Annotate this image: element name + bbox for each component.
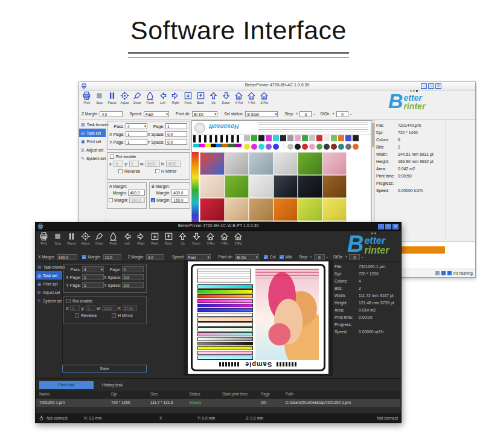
print-button[interactable]: Print: [37, 232, 51, 251]
reverse-checkbox[interactable]: [118, 169, 123, 173]
minimize-button[interactable]: –: [421, 83, 427, 89]
print-button[interactable]: Print: [80, 91, 93, 109]
clean-button[interactable]: Clean: [131, 91, 144, 109]
y-space-input[interactable]: 0.0: [122, 282, 144, 288]
pause-button[interactable]: Pause: [106, 91, 118, 109]
step-minus-button[interactable]: -: [327, 255, 328, 259]
roi-enable-checkbox[interactable]: [66, 299, 71, 303]
up-button[interactable]: Up: [207, 91, 220, 109]
sidebar-item-task-browse[interactable]: ▤ Task browse: [79, 120, 106, 129]
z-rst-button[interactable]: Z-Rst: [258, 91, 271, 109]
sidebar-item-system-set[interactable]: ✎ System set: [79, 154, 106, 162]
clean-button[interactable]: Clean: [92, 232, 106, 251]
maximize-button[interactable]: □: [428, 83, 434, 89]
b-margin2-input[interactable]: 160.0: [171, 197, 188, 203]
sidebar-item-task-set[interactable]: ◎ Task set: [36, 271, 62, 280]
y-page-input[interactable]: 1: [126, 139, 147, 145]
roi-enable-checkbox[interactable]: [110, 155, 114, 159]
dtdir-plus-button[interactable]: +: [332, 112, 335, 116]
y-page-input[interactable]: 1: [82, 282, 104, 288]
page-input[interactable]: 1: [122, 266, 144, 272]
back-button[interactable]: Back: [162, 232, 176, 251]
right-button[interactable]: Right: [134, 232, 148, 251]
a-margin2-input[interactable]: 160.0: [129, 197, 145, 203]
speed-select[interactable]: Fast: [144, 111, 169, 117]
print-preview[interactable]: Sample: [184, 260, 333, 376]
step-minus-button[interactable]: -: [313, 112, 315, 116]
close-button[interactable]: ✕: [435, 83, 441, 89]
page-input[interactable]: 1: [165, 123, 187, 129]
z-rst-button[interactable]: Z-Rst: [231, 232, 245, 251]
h-mirror-checkbox[interactable]: [155, 169, 159, 173]
z-margin-input[interactable]: 4.0: [100, 111, 123, 117]
reverse-checkbox[interactable]: [75, 313, 79, 318]
x-page-input[interactable]: 1: [126, 131, 147, 137]
x-page-input[interactable]: 1: [82, 274, 104, 280]
a-margin2-checkbox[interactable]: [109, 198, 113, 202]
roi-h-input[interactable]: 5739: [123, 305, 137, 311]
maximize-button[interactable]: □: [385, 224, 391, 229]
sidebar-item-adjust-set[interactable]: ⊞ Adjust set: [36, 288, 62, 296]
right-button[interactable]: Right: [169, 91, 182, 109]
step-input[interactable]: 0: [314, 254, 325, 260]
adjust-button[interactable]: Adjust: [118, 91, 131, 109]
left-button[interactable]: Left: [156, 91, 169, 109]
z-margin-input[interactable]: 4.0: [146, 254, 164, 260]
roi-x-input[interactable]: 0: [70, 305, 80, 311]
sidebar-item-print-set[interactable]: ▣ Print set: [36, 280, 62, 288]
roi-y-input[interactable]: 0: [86, 305, 95, 311]
pass-select[interactable]: 4: [126, 123, 147, 129]
feed-button[interactable]: Feed: [148, 232, 162, 251]
print-dir-select[interactable]: Bi-Dir: [192, 111, 217, 117]
stop-button[interactable]: Stop: [51, 232, 65, 251]
left-button[interactable]: Left: [120, 232, 134, 251]
y-space-input[interactable]: 0.0: [165, 139, 187, 145]
x-rst-button[interactable]: X-Rst: [232, 91, 245, 109]
roi-h-input[interactable]: 9632: [166, 161, 181, 167]
sidebar-item-task-browse[interactable]: ▤ Task browse: [36, 263, 62, 271]
y-rst-button[interactable]: Y-Rst: [245, 91, 258, 109]
bottom-window-titlebar[interactable]: BetterPrinter 4720-8H-4C-W-B-PT 1.0.0.30…: [36, 223, 401, 231]
close-button[interactable]: ✕: [392, 224, 399, 229]
step-plus-button[interactable]: +: [310, 255, 312, 259]
b-margin2-checkbox[interactable]: [151, 198, 155, 202]
up-button[interactable]: Up: [176, 232, 190, 251]
print-dir-select[interactable]: Bi-Dir: [235, 254, 259, 260]
roi-w-input[interactable]: 3167: [102, 305, 117, 311]
roi-w-input[interactable]: 6031: [146, 161, 160, 167]
y-rst-button[interactable]: Y-Rst: [217, 232, 231, 251]
h-mirror-checkbox[interactable]: [112, 313, 116, 318]
down-button[interactable]: Down: [220, 91, 232, 109]
down-button[interactable]: Down: [190, 232, 203, 251]
back-button[interactable]: Back: [194, 91, 207, 109]
step-input[interactable]: 3: [299, 111, 312, 117]
x-rst-button[interactable]: X-Rst: [203, 232, 217, 251]
col-checkbox[interactable]: [264, 255, 268, 259]
stop-button[interactable]: Stop: [93, 91, 106, 109]
task-table-row[interactable]: 7201200-1.prn 720 * 1200 111.7 * 121.5 S…: [36, 399, 400, 407]
pass-select[interactable]: 4: [82, 266, 104, 272]
save-button[interactable]: Save: [62, 365, 147, 373]
dtdir-minus-button[interactable]: -: [350, 112, 351, 116]
sidebar-item-task-set[interactable]: ◎ Task set: [79, 129, 106, 137]
sidebar-item-adjust-set[interactable]: ⊞ Adjust set: [79, 146, 106, 154]
x-space-input[interactable]: 0.0: [122, 274, 144, 280]
adjust-button[interactable]: Adjust: [78, 232, 92, 251]
minimize-button[interactable]: –: [378, 224, 384, 229]
roi-x-input[interactable]: 0: [114, 161, 123, 167]
roi-y-input[interactable]: 0: [129, 161, 139, 167]
flush-button[interactable]: Flush: [144, 91, 156, 109]
tab-print-task[interactable]: Print task: [39, 381, 94, 389]
x-space-input[interactable]: 0.0: [165, 131, 187, 137]
sel-station-select[interactable]: B Start: [245, 111, 278, 117]
margin-input[interactable]: 10.0: [103, 254, 121, 260]
b-margin1-input[interactable]: 400.0: [171, 190, 188, 196]
pause-button[interactable]: Pause: [65, 232, 78, 251]
sidebar-item-print-set[interactable]: ▣ Print set: [79, 137, 106, 146]
dtdir-input[interactable]: 0: [336, 111, 348, 117]
feed-button[interactable]: Feed: [182, 91, 194, 109]
step-plus-button[interactable]: +: [296, 112, 298, 116]
sidebar-item-system-set[interactable]: ✎ System set: [36, 296, 62, 305]
a-margin1-input[interactable]: 400.0: [128, 190, 145, 196]
margin-checkbox[interactable]: [82, 255, 86, 259]
